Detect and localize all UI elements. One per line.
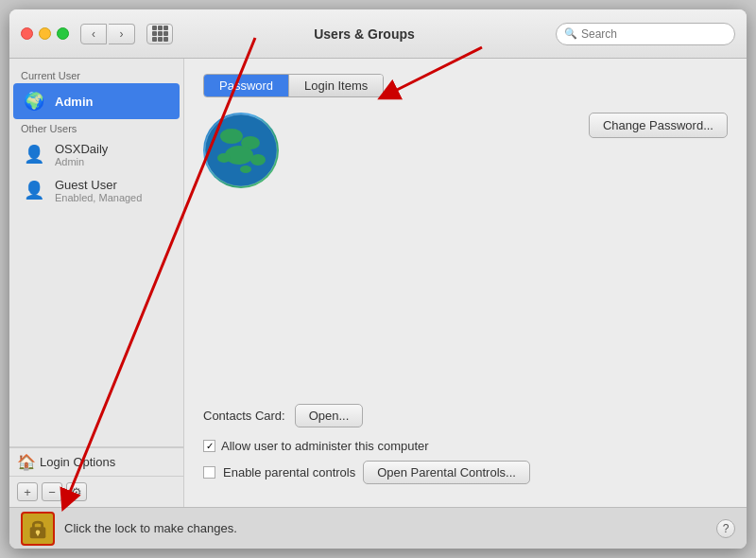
house-icon: 🏠 — [17, 453, 36, 471]
parental-controls-label: Enable parental controls — [223, 465, 355, 480]
tab-group: Password Login Items — [203, 74, 384, 97]
osxdaily-avatar: 👤 — [21, 141, 47, 167]
bottom-bar: Click the lock to make changes. ? — [9, 507, 747, 549]
osxdaily-subtitle: Admin — [55, 156, 108, 167]
parental-controls-row: Enable parental controls Open Parental C… — [203, 461, 728, 484]
svg-point-6 — [240, 166, 251, 173]
svg-point-5 — [217, 153, 231, 163]
traffic-lights — [21, 27, 69, 40]
tab-password[interactable]: Password — [204, 75, 289, 96]
minimize-button[interactable] — [39, 27, 51, 40]
close-button[interactable] — [21, 27, 33, 40]
guest-info: Guest User Enabled, Managed — [55, 178, 142, 203]
maximize-button[interactable] — [57, 27, 69, 40]
current-user-label: Current User — [9, 66, 183, 83]
add-user-button[interactable]: + — [17, 482, 38, 501]
nav-buttons: ‹ › — [80, 24, 135, 44]
search-box[interactable]: 🔍 — [556, 23, 735, 45]
sidebar-content: Current User 🌍 Admin Other Users 👤 OSXDa… — [9, 59, 183, 445]
osxdaily-name: OSXDaily — [55, 142, 108, 156]
titlebar: ‹ › Users & Groups 🔍 — [9, 9, 747, 59]
remove-user-button[interactable]: − — [42, 482, 62, 501]
admin-name: Admin — [55, 95, 93, 109]
osxdaily-info: OSXDaily Admin — [55, 142, 108, 167]
sidebar-item-guest[interactable]: 👤 Guest User Enabled, Managed — [9, 172, 183, 208]
sidebar-item-osxdaily[interactable]: 👤 OSXDaily Admin — [9, 136, 183, 172]
guest-name: Guest User — [55, 178, 142, 192]
allow-admin-checkbox[interactable]: ✓ — [203, 440, 215, 452]
right-panel: Password Login Items — [184, 59, 747, 507]
lock-icon — [27, 517, 48, 540]
main-window: ‹ › Users & Groups 🔍 Current User — [9, 9, 747, 549]
login-options-row[interactable]: 🏠 Login Options — [9, 447, 183, 476]
back-button[interactable]: ‹ — [80, 24, 107, 44]
search-icon: 🔍 — [564, 27, 577, 40]
tabs-row: Password Login Items — [203, 74, 728, 97]
guest-avatar: 👤 — [21, 177, 47, 203]
other-users-label: Other Users — [9, 119, 183, 136]
open-contacts-button[interactable]: Open... — [295, 404, 364, 427]
main-content: Current User 🌍 Admin Other Users 👤 OSXDa… — [9, 59, 747, 507]
forward-button[interactable]: › — [109, 24, 135, 44]
sidebar: Current User 🌍 Admin Other Users 👤 OSXDa… — [9, 59, 184, 507]
user-info-row: Change Password... — [203, 113, 728, 188]
grid-view-button[interactable] — [146, 24, 173, 44]
svg-point-4 — [250, 154, 266, 166]
grid-icon — [152, 26, 168, 42]
svg-point-1 — [220, 129, 243, 144]
lock-button[interactable] — [21, 512, 55, 546]
user-detail: Change Password... Contacts Card: Open..… — [203, 113, 728, 492]
sidebar-item-admin[interactable]: 🌍 Admin — [13, 83, 180, 119]
contacts-card-label: Contacts Card: — [203, 409, 285, 423]
login-options-label: Login Options — [40, 455, 115, 469]
login-options-section: 🏠 Login Options + − ⚙ — [9, 446, 183, 507]
window-title: Users & Groups — [180, 26, 548, 42]
svg-rect-10 — [37, 532, 39, 535]
contacts-card-row: Contacts Card: Open... — [203, 404, 728, 427]
guest-subtitle: Enabled, Managed — [55, 192, 142, 203]
gear-button[interactable]: ⚙ — [66, 482, 87, 501]
earth-globe-icon — [203, 113, 279, 188]
admin-avatar: 🌍 — [21, 88, 47, 114]
help-button[interactable]: ? — [716, 519, 735, 538]
allow-admin-label: Allow user to administer this computer — [221, 439, 429, 453]
tab-login-items[interactable]: Login Items — [289, 75, 383, 96]
sidebar-bottom: + − ⚙ — [9, 476, 183, 507]
change-password-button[interactable]: Change Password... — [589, 113, 728, 138]
parental-controls-checkbox[interactable] — [203, 466, 215, 479]
admin-info: Admin — [55, 95, 93, 109]
search-input[interactable] — [581, 27, 727, 41]
lock-text: Click the lock to make changes. — [64, 521, 237, 535]
open-parental-controls-button[interactable]: Open Parental Controls... — [363, 461, 530, 484]
allow-admin-row: ✓ Allow user to administer this computer — [203, 439, 728, 453]
user-avatar-large — [203, 113, 279, 188]
